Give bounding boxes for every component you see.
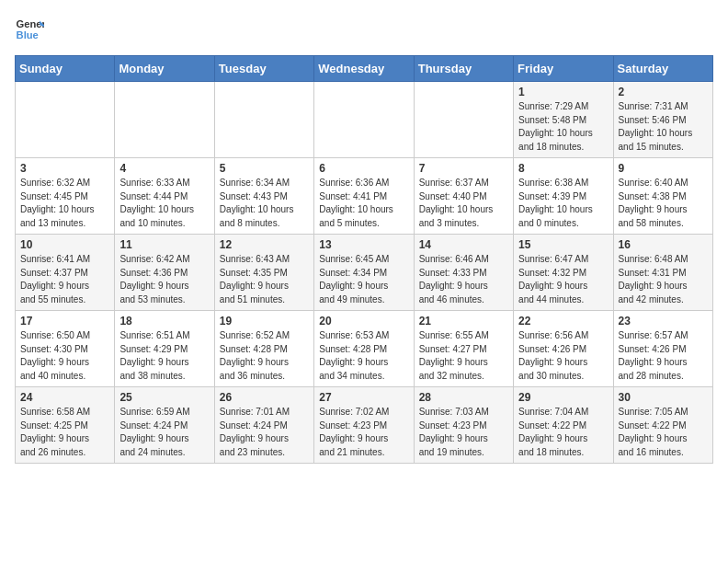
calendar-cell: 15Sunrise: 6:47 AM Sunset: 4:32 PM Dayli…	[514, 235, 613, 311]
logo: General Blue	[15, 15, 48, 44]
calendar-cell: 13Sunrise: 6:45 AM Sunset: 4:34 PM Dayli…	[314, 235, 414, 311]
calendar-cell	[16, 82, 115, 158]
day-number: 11	[119, 238, 209, 251]
day-number: 1	[518, 86, 608, 98]
day-number: 19	[220, 315, 309, 327]
day-of-week-wednesday: Wednesday	[314, 56, 414, 82]
day-info: Sunrise: 6:48 AM Sunset: 4:31 PM Dayligh…	[619, 253, 708, 306]
calendar-cell: 17Sunrise: 6:50 AM Sunset: 4:30 PM Dayli…	[16, 311, 115, 387]
calendar-cell: 18Sunrise: 6:51 AM Sunset: 4:29 PM Dayli…	[115, 311, 214, 387]
calendar-cell: 5Sunrise: 6:34 AM Sunset: 4:43 PM Daylig…	[214, 158, 313, 235]
day-info: Sunrise: 6:40 AM Sunset: 4:38 PM Dayligh…	[619, 177, 708, 230]
day-of-week-saturday: Saturday	[613, 56, 712, 82]
day-info: Sunrise: 6:32 AM Sunset: 4:45 PM Dayligh…	[20, 177, 109, 230]
day-number: 25	[119, 391, 209, 404]
calendar-cell: 11Sunrise: 6:42 AM Sunset: 4:36 PM Dayli…	[115, 235, 214, 311]
day-info: Sunrise: 6:55 AM Sunset: 4:27 PM Dayligh…	[419, 329, 508, 383]
day-number: 26	[220, 391, 309, 404]
day-number: 18	[119, 315, 209, 327]
calendar-page: General Blue SundayMondayTuesdayWednesda…	[0, 0, 728, 475]
day-number: 22	[518, 315, 608, 327]
day-info: Sunrise: 7:01 AM Sunset: 4:24 PM Dayligh…	[220, 406, 309, 459]
day-number: 10	[20, 238, 109, 251]
day-number: 20	[319, 315, 408, 327]
logo-icon: General Blue	[15, 15, 44, 44]
calendar-cell: 22Sunrise: 6:56 AM Sunset: 4:26 PM Dayli…	[514, 311, 613, 387]
day-of-week-tuesday: Tuesday	[214, 56, 313, 82]
calendar-cell: 24Sunrise: 6:58 AM Sunset: 4:25 PM Dayli…	[16, 387, 115, 464]
day-of-week-sunday: Sunday	[16, 56, 115, 82]
calendar-cell: 6Sunrise: 6:36 AM Sunset: 4:41 PM Daylig…	[314, 158, 414, 235]
calendar-cell	[314, 82, 414, 158]
day-number: 3	[20, 162, 109, 175]
day-number: 4	[119, 162, 209, 175]
calendar-cell: 30Sunrise: 7:05 AM Sunset: 4:22 PM Dayli…	[613, 387, 712, 464]
calendar-cell: 8Sunrise: 6:38 AM Sunset: 4:39 PM Daylig…	[514, 158, 613, 235]
calendar-cell	[115, 82, 214, 158]
calendar-cell: 1Sunrise: 7:29 AM Sunset: 5:48 PM Daylig…	[514, 82, 613, 158]
svg-text:Blue: Blue	[17, 29, 39, 40]
day-info: Sunrise: 7:05 AM Sunset: 4:22 PM Dayligh…	[619, 406, 708, 459]
day-info: Sunrise: 6:58 AM Sunset: 4:25 PM Dayligh…	[20, 406, 109, 459]
day-number: 21	[419, 315, 508, 327]
day-number: 24	[20, 391, 109, 404]
day-info: Sunrise: 6:45 AM Sunset: 4:34 PM Dayligh…	[319, 253, 408, 306]
calendar-cell: 2Sunrise: 7:31 AM Sunset: 5:46 PM Daylig…	[613, 82, 712, 158]
day-info: Sunrise: 6:37 AM Sunset: 4:40 PM Dayligh…	[419, 177, 508, 230]
day-info: Sunrise: 6:50 AM Sunset: 4:30 PM Dayligh…	[20, 329, 109, 383]
day-number: 14	[419, 238, 508, 251]
calendar-cell: 10Sunrise: 6:41 AM Sunset: 4:37 PM Dayli…	[16, 235, 115, 311]
day-number: 5	[220, 162, 309, 175]
day-info: Sunrise: 7:02 AM Sunset: 4:23 PM Dayligh…	[319, 406, 408, 459]
day-number: 27	[319, 391, 408, 404]
calendar-cell: 25Sunrise: 6:59 AM Sunset: 4:24 PM Dayli…	[115, 387, 214, 464]
day-number: 23	[619, 315, 708, 327]
day-info: Sunrise: 6:47 AM Sunset: 4:32 PM Dayligh…	[518, 253, 608, 306]
day-info: Sunrise: 7:31 AM Sunset: 5:46 PM Dayligh…	[619, 100, 708, 154]
day-info: Sunrise: 6:46 AM Sunset: 4:33 PM Dayligh…	[419, 253, 508, 306]
day-info: Sunrise: 6:33 AM Sunset: 4:44 PM Dayligh…	[119, 177, 209, 230]
calendar-cell: 29Sunrise: 7:04 AM Sunset: 4:22 PM Dayli…	[514, 387, 613, 464]
calendar-header: General Blue	[15, 15, 713, 44]
day-info: Sunrise: 6:43 AM Sunset: 4:35 PM Dayligh…	[220, 253, 309, 306]
day-info: Sunrise: 6:59 AM Sunset: 4:24 PM Dayligh…	[119, 406, 209, 459]
day-number: 28	[419, 391, 508, 404]
calendar-cell	[414, 82, 513, 158]
day-info: Sunrise: 6:38 AM Sunset: 4:39 PM Dayligh…	[518, 177, 608, 230]
day-number: 9	[619, 162, 708, 175]
day-number: 12	[220, 238, 309, 251]
calendar-cell: 7Sunrise: 6:37 AM Sunset: 4:40 PM Daylig…	[414, 158, 513, 235]
calendar-cell: 23Sunrise: 6:57 AM Sunset: 4:26 PM Dayli…	[613, 311, 712, 387]
day-number: 17	[20, 315, 109, 327]
day-of-week-monday: Monday	[115, 56, 214, 82]
day-info: Sunrise: 6:57 AM Sunset: 4:26 PM Dayligh…	[619, 329, 708, 383]
day-number: 16	[619, 238, 708, 251]
calendar-cell: 26Sunrise: 7:01 AM Sunset: 4:24 PM Dayli…	[214, 387, 313, 464]
calendar-cell: 3Sunrise: 6:32 AM Sunset: 4:45 PM Daylig…	[16, 158, 115, 235]
calendar-cell: 19Sunrise: 6:52 AM Sunset: 4:28 PM Dayli…	[214, 311, 313, 387]
calendar-cell: 16Sunrise: 6:48 AM Sunset: 4:31 PM Dayli…	[613, 235, 712, 311]
day-info: Sunrise: 6:56 AM Sunset: 4:26 PM Dayligh…	[518, 329, 608, 383]
day-of-week-thursday: Thursday	[414, 56, 513, 82]
calendar-cell: 9Sunrise: 6:40 AM Sunset: 4:38 PM Daylig…	[613, 158, 712, 235]
day-info: Sunrise: 7:04 AM Sunset: 4:22 PM Dayligh…	[518, 406, 608, 459]
calendar-cell: 4Sunrise: 6:33 AM Sunset: 4:44 PM Daylig…	[115, 158, 214, 235]
day-info: Sunrise: 7:29 AM Sunset: 5:48 PM Dayligh…	[518, 100, 608, 154]
day-number: 2	[619, 86, 708, 98]
day-info: Sunrise: 7:03 AM Sunset: 4:23 PM Dayligh…	[419, 406, 508, 459]
day-number: 15	[518, 238, 608, 251]
day-number: 29	[518, 391, 608, 404]
calendar-cell: 12Sunrise: 6:43 AM Sunset: 4:35 PM Dayli…	[214, 235, 313, 311]
day-number: 13	[319, 238, 408, 251]
calendar-cell: 20Sunrise: 6:53 AM Sunset: 4:28 PM Dayli…	[314, 311, 414, 387]
day-info: Sunrise: 6:51 AM Sunset: 4:29 PM Dayligh…	[119, 329, 209, 383]
calendar-cell: 28Sunrise: 7:03 AM Sunset: 4:23 PM Dayli…	[414, 387, 513, 464]
calendar-cell	[214, 82, 313, 158]
day-info: Sunrise: 6:34 AM Sunset: 4:43 PM Dayligh…	[220, 177, 309, 230]
calendar-table: SundayMondayTuesdayWednesdayThursdayFrid…	[15, 55, 713, 464]
day-number: 30	[619, 391, 708, 404]
day-info: Sunrise: 6:41 AM Sunset: 4:37 PM Dayligh…	[20, 253, 109, 306]
calendar-cell: 21Sunrise: 6:55 AM Sunset: 4:27 PM Dayli…	[414, 311, 513, 387]
day-of-week-friday: Friday	[514, 56, 613, 82]
calendar-cell: 14Sunrise: 6:46 AM Sunset: 4:33 PM Dayli…	[414, 235, 513, 311]
